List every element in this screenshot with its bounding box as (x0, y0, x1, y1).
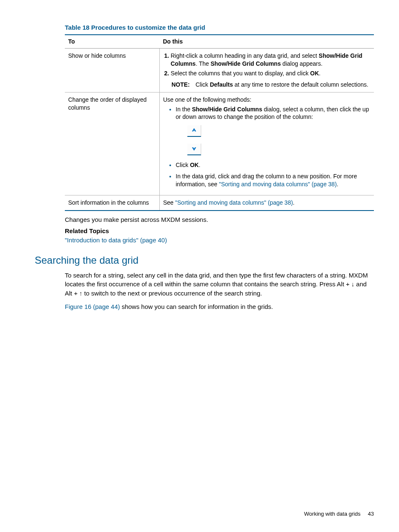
list-item: In the Show/Hide Grid Columns dialog, se… (176, 105, 371, 158)
section-heading: Searching the data grid (35, 254, 374, 267)
table-title: Table 18 Procedures to customize the dat… (65, 23, 374, 32)
procedures-table: To Do this Show or hide columns Right-cl… (65, 34, 374, 211)
row2-dothis: Use one of the following methods: In the… (160, 92, 374, 195)
note: NOTE: Click Defaults at any time to rest… (163, 81, 371, 89)
footer-label: Working with data grids (304, 511, 361, 517)
section-p1: To search for a string, select any cell … (65, 271, 374, 298)
row1-dothis: Right-click a column heading in any data… (160, 49, 374, 93)
related-heading: Related Topics (65, 227, 374, 235)
row3-dothis: See "Sorting and moving data columns" (p… (160, 195, 374, 211)
row2-to: Change the order of displayed columns (65, 92, 160, 195)
th-dothis: Do this (160, 35, 374, 48)
related-link[interactable]: "Introduction to data grids" (page 40) (65, 236, 167, 244)
list-item: In the data grid, click and drag the col… (176, 172, 371, 188)
table-row: Sort information in the columns See "Sor… (65, 195, 374, 211)
arrow-up-icon (187, 125, 201, 137)
sorting-link[interactable]: "Sorting and moving data columns" (page … (175, 199, 293, 206)
arrow-down-icon (187, 144, 201, 155)
th-to: To (65, 35, 160, 48)
list-item: Right-click a column heading in any data… (171, 52, 371, 68)
table-row: Show or hide columns Right-click a colum… (65, 49, 374, 93)
list-item: Select the columns that you want to disp… (171, 69, 371, 77)
persist-text: Changes you make persist across MXDM ses… (65, 215, 374, 224)
sorting-link[interactable]: "Sorting and moving data columns" (page … (219, 181, 337, 188)
page-footer: Working with data grids 43 (304, 510, 374, 518)
list-item: Click OK. (176, 161, 371, 169)
table-row: Change the order of displayed columns Us… (65, 92, 374, 195)
row1-to: Show or hide columns (65, 49, 160, 93)
figure-link[interactable]: Figure 16 (page 44) (65, 303, 120, 310)
page-number: 43 (368, 511, 374, 517)
note-label: NOTE: (171, 81, 190, 88)
section-p2: Figure 16 (page 44) shows how you can se… (65, 302, 374, 311)
row3-to: Sort information in the columns (65, 195, 160, 211)
